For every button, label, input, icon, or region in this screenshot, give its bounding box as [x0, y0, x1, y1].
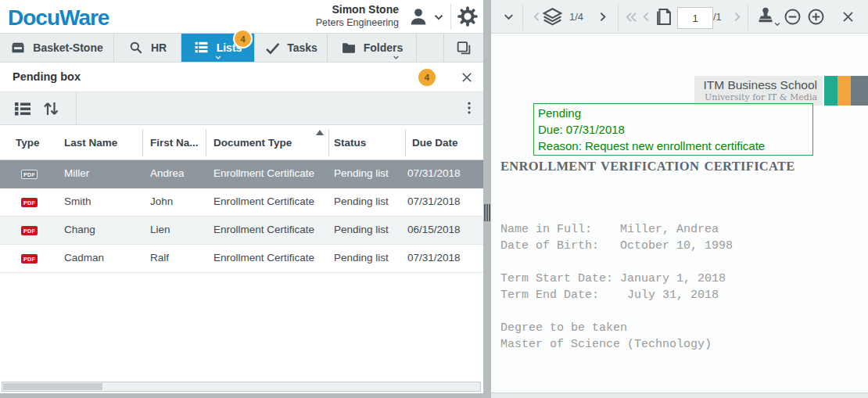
stamp-line-reason: Reason: Request new enrollment certifica… — [538, 138, 809, 154]
cell-document-type: Enrollment Certificate — [213, 167, 314, 179]
pdf-file-icon: PDF — [21, 170, 38, 179]
cell-last-name: Cadman — [64, 252, 104, 264]
logo-color-bar-teal — [824, 76, 838, 106]
sort-icon[interactable] — [41, 99, 60, 118]
chevron-down-icon[interactable] — [213, 54, 224, 62]
stamp-line-due: Due: 07/31/2018 — [538, 121, 809, 138]
column-header-due-date[interactable]: Due Date — [412, 137, 458, 149]
docuware-app: { "header": { "logo_text": "DocuWare", "… — [0, 0, 868, 398]
close-panel-icon[interactable] — [460, 70, 474, 84]
chevron-down-icon[interactable] — [391, 54, 402, 62]
cell-due-date: 07/31/2018 — [407, 195, 461, 207]
result-list: PDF Miller Andrea Enrollment Certificate… — [0, 160, 483, 273]
cell-last-name: Smith — [64, 195, 91, 207]
pending-stamp: Pending Due: 07/31/2018 Reason: Request … — [533, 103, 813, 156]
left-panel: DocuWare Simon Stone Peters Engineering — [0, 0, 483, 398]
table-row-chang[interactable]: PDF Chang Lien Enrollment Certificate Pe… — [0, 217, 483, 245]
folder-icon — [341, 40, 357, 56]
pdf-file-icon: PDF — [21, 226, 38, 235]
document-viewer: 1/4 /1 — [491, 0, 868, 398]
column-header-type[interactable]: Type — [16, 137, 40, 149]
column-header-last-name[interactable]: Last Name — [64, 137, 117, 149]
cell-last-name: Miller — [64, 167, 89, 179]
tab-label: HR — [151, 41, 167, 54]
collapse-toolbar-chevron-icon[interactable] — [501, 9, 516, 24]
table-row-cadman[interactable]: PDF Cadman Ralf Enrollment Certificate P… — [0, 245, 483, 273]
column-header-document-type[interactable]: Document Type — [213, 137, 292, 149]
school-subtitle: University for IT & Media — [694, 92, 817, 102]
zoom-in-icon[interactable] — [807, 8, 825, 26]
table-row-miller[interactable]: PDF Miller Andrea Enrollment Certificate… — [0, 160, 483, 188]
cell-status: Pending list — [334, 195, 389, 207]
stamp-menu-chevron-icon[interactable] — [773, 20, 782, 28]
horizontal-scrollbar[interactable] — [2, 382, 481, 392]
view-as-list-icon[interactable] — [13, 99, 32, 118]
column-divider — [328, 129, 329, 156]
tab-label: Folders — [364, 41, 404, 54]
zoom-out-icon[interactable] — [784, 8, 802, 26]
cell-due-date: 07/31/2018 — [407, 167, 461, 179]
cell-status: Pending list — [334, 167, 389, 179]
cell-status: Pending list — [334, 252, 389, 264]
table-row-smith[interactable]: PDF Smith John Enrollment Certificate Pe… — [0, 188, 483, 217]
docuware-logo: DocuWare — [8, 5, 109, 30]
cell-due-date: 07/31/2018 — [407, 252, 461, 264]
column-header-status[interactable]: Status — [334, 137, 366, 149]
column-divider — [206, 129, 206, 156]
tab-tasks[interactable]: Tasks — [255, 34, 328, 62]
page-total-label: /1 — [713, 11, 722, 23]
pdf-file-icon: PDF — [21, 198, 38, 207]
next-page-chevron-icon[interactable] — [730, 10, 744, 23]
toolbar-divider — [522, 3, 523, 30]
cell-due-date: 06/15/2018 — [407, 224, 461, 235]
next-document-chevron-icon[interactable] — [596, 10, 609, 23]
panel-title: Pending box — [13, 70, 81, 83]
tab-basket-stone[interactable]: Basket-Stone — [0, 34, 114, 62]
school-logo: ITM Business School University for IT & … — [694, 76, 823, 106]
pending-count-badge: 4 — [418, 69, 436, 86]
list-toolbar — [0, 92, 483, 125]
cell-first-name: Lien — [150, 224, 170, 235]
tab-hr-search[interactable]: HR — [114, 34, 181, 62]
page-number-input[interactable] — [677, 7, 713, 29]
checkmark-icon — [264, 40, 280, 56]
detach-viewer-button[interactable] — [443, 34, 483, 62]
column-header-first-name[interactable]: First Na... — [150, 137, 199, 149]
tab-lists-active[interactable]: Lists 4 — [181, 34, 255, 62]
viewer-bottom-edge — [491, 393, 868, 398]
header-divider — [450, 4, 451, 30]
document-position-label: 1/4 — [569, 11, 583, 23]
document-stack-layers-icon[interactable] — [541, 5, 564, 28]
splitter-grip-icon[interactable] — [484, 204, 490, 221]
tab-bar: Basket-Stone HR Lists 4 Tasks — [0, 33, 483, 63]
panel-splitter[interactable] — [483, 0, 491, 398]
bottom-edge-strip — [0, 393, 491, 398]
scrollbar-thumb[interactable] — [3, 383, 102, 390]
tab-folders[interactable]: Folders — [328, 34, 417, 62]
search-icon — [128, 40, 144, 56]
user-avatar-icon[interactable] — [407, 5, 430, 29]
toolbar-divider — [618, 3, 619, 30]
pending-box-header: Pending box 4 — [0, 63, 483, 92]
close-viewer-icon[interactable] — [841, 9, 855, 24]
tab-label: Tasks — [287, 41, 317, 54]
certificate-heading: ENROLLMENT VERIFICATION CERTIFICATE — [500, 159, 795, 174]
toolbar-divider — [76, 92, 77, 124]
cell-document-type: Enrollment Certificate — [213, 224, 314, 235]
app-header: DocuWare Simon Stone Peters Engineering — [0, 0, 483, 33]
first-page-double-chevron-icon[interactable] — [624, 10, 638, 24]
user-name: Simon Stone — [316, 3, 399, 16]
cell-document-type: Enrollment Certificate — [213, 195, 314, 207]
viewer-toolbar: 1/4 /1 — [491, 0, 868, 34]
cell-first-name: Andrea — [150, 167, 185, 179]
basket-icon — [10, 40, 26, 56]
user-menu-chevron-icon[interactable] — [432, 10, 446, 24]
toolbar-divider — [748, 3, 748, 30]
sort-ascending-icon — [316, 130, 324, 135]
more-options-kebab-icon[interactable] — [461, 100, 477, 116]
settings-gear-icon[interactable] — [457, 5, 479, 27]
tab-label: Basket-Stone — [33, 41, 102, 54]
cell-last-name: Chang — [64, 224, 95, 235]
list-icon — [194, 40, 210, 56]
previous-page-chevron-icon[interactable] — [640, 10, 653, 23]
